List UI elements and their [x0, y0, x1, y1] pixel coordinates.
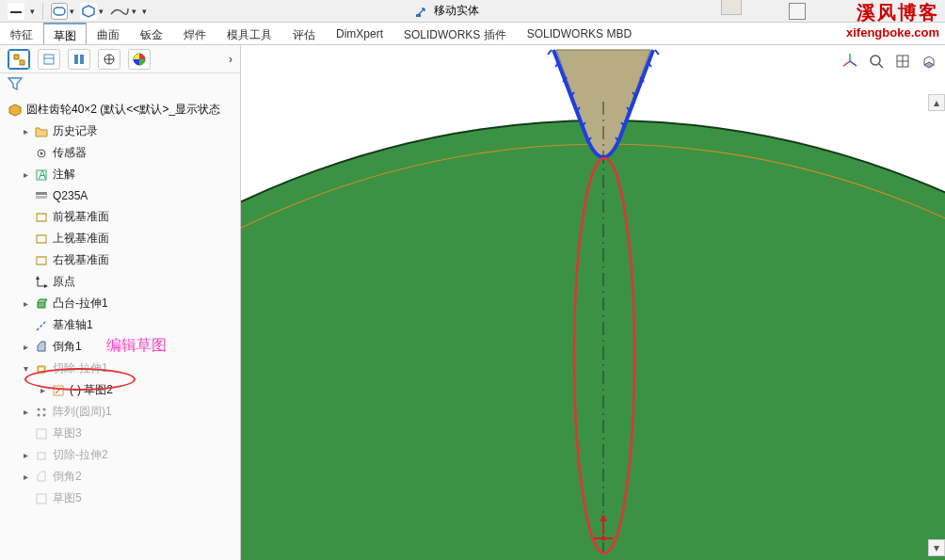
watermark-url: xifengboke.com — [846, 25, 939, 40]
watermark: 溪风博客 xifengboke.com — [846, 0, 939, 40]
move-entity-tool[interactable]: 移动实体 — [415, 3, 479, 19]
tree-item[interactable]: 传感器 — [0, 142, 240, 164]
sketch-d-icon — [34, 491, 49, 506]
view-orientation-icon[interactable] — [892, 51, 913, 72]
tree-item[interactable]: ▸倒角2 — [0, 466, 240, 488]
expand-toggle[interactable]: ▸ — [21, 126, 30, 136]
svg-text:A: A — [39, 168, 46, 182]
toolbar-group-3[interactable]: ▾ — [80, 3, 104, 20]
tree-item[interactable]: 原点 — [0, 271, 240, 293]
sketch-icon — [51, 383, 66, 398]
tree-item[interactable]: 上视基准面 — [0, 228, 240, 249]
toolbar-group-5[interactable]: ▾ — [142, 7, 147, 16]
expand-toggle[interactable]: ▸ — [38, 385, 47, 395]
svg-rect-3 — [416, 14, 421, 17]
tab-sw-mbd[interactable]: SOLIDWORKS MBD — [517, 23, 642, 44]
svg-rect-6 — [74, 55, 78, 64]
tab-feature[interactable]: 特征 — [0, 23, 43, 44]
svg-line-58 — [879, 64, 883, 68]
expand-toggle[interactable]: ▸ — [21, 169, 30, 180]
tree-item-label: 前视基准面 — [53, 209, 109, 225]
ribbon-tabs: 特征 草图 曲面 钣金 焊件 模具工具 评估 DimXpert SOLIDWOR… — [0, 23, 945, 45]
axis-icon — [34, 318, 49, 333]
tree-root[interactable]: 圆柱齿轮40×2 (默认<<默认>_显示状态 — [0, 99, 240, 120]
tree-item[interactable]: ▸凸台-拉伸1 — [0, 293, 240, 314]
chevron-down-icon: ▾ — [132, 7, 136, 16]
tree-item[interactable]: ▸历史记录 — [0, 120, 240, 142]
panel-tab-property-mgr[interactable] — [38, 49, 60, 70]
tab-evaluate[interactable]: 评估 — [282, 23, 326, 44]
tree-item[interactable]: ▾切除-拉伸1 — [0, 358, 240, 379]
tree-item-label: 注解 — [53, 167, 75, 183]
tree-item-label: 草图5 — [53, 490, 82, 506]
svg-rect-7 — [80, 55, 84, 64]
tab-mold[interactable]: 模具工具 — [216, 23, 282, 44]
expand-toggle[interactable]: ▸ — [21, 407, 30, 417]
expand-toggle[interactable]: ▸ — [21, 450, 30, 460]
tab-sketch[interactable]: 草图 — [43, 23, 87, 44]
tree-item[interactable]: 基准轴1 — [0, 314, 240, 336]
tree-item[interactable]: ▸(-) 草图2 — [0, 379, 240, 401]
tree-item[interactable]: ▸切除-拉伸2 — [0, 444, 240, 466]
scroll-down-arrow[interactable]: ▾ — [928, 539, 945, 556]
tree-item[interactable]: 草图3 — [0, 423, 240, 444]
tree-item-label: 上视基准面 — [53, 231, 109, 247]
viewport-svg — [241, 45, 945, 560]
view-orientation-tools — [840, 51, 939, 72]
triad-icon[interactable] — [840, 51, 860, 72]
tree-item[interactable]: 草图5 — [0, 488, 240, 509]
expand-toggle[interactable]: ▸ — [21, 342, 30, 352]
toolbar-group-2[interactable]: ▾ — [51, 3, 74, 20]
scroll-up-arrow[interactable]: ▴ — [928, 94, 945, 111]
move-entity-icon — [415, 5, 430, 18]
plane-icon — [34, 253, 49, 268]
panel-tab-dimxpert[interactable] — [98, 49, 120, 70]
dropdown-chevron-1[interactable]: ▾ — [30, 7, 35, 16]
panel-expand-chevron[interactable]: › — [229, 53, 232, 66]
svg-line-34 — [548, 50, 552, 55]
color-square[interactable] — [721, 0, 742, 15]
tab-weldment[interactable]: 焊件 — [173, 23, 216, 44]
tree-item-label: 基准轴1 — [53, 317, 93, 333]
feature-manager-panel: › 圆柱齿轮40×2 (默认<<默认>_显示状态 ▸历史记录传感器▸A注解Q23… — [0, 45, 241, 560]
tree-item-label: 切除-拉伸2 — [53, 447, 108, 463]
folder-icon — [34, 124, 49, 139]
tree-item[interactable]: 前视基准面 — [0, 206, 240, 228]
tab-label: 评估 — [293, 28, 315, 41]
tab-sheetmetal[interactable]: 钣金 — [130, 23, 173, 44]
tab-dimxpert[interactable]: DimXpert — [326, 23, 393, 44]
main-area: › 圆柱齿轮40×2 (默认<<默认>_显示状态 ▸历史记录传感器▸A注解Q23… — [0, 45, 945, 560]
feature-tree[interactable]: 圆柱齿轮40×2 (默认<<默认>_显示状态 ▸历史记录传感器▸A注解Q235A… — [0, 97, 240, 560]
tab-label: 焊件 — [184, 28, 206, 41]
expand-toggle[interactable]: ▾ — [21, 363, 30, 374]
toolbar-group-4[interactable]: ▾ — [109, 5, 136, 18]
panel-tab-appearance[interactable] — [128, 49, 151, 70]
graphics-viewport[interactable]: ▴ ▾ — [241, 45, 945, 560]
filter-row[interactable] — [0, 73, 240, 97]
zoom-fit-icon[interactable] — [866, 51, 887, 72]
tree-item[interactable]: ▸阵列(圆周)1 — [0, 401, 240, 423]
color-swatch[interactable] — [789, 3, 806, 20]
sensor-icon — [34, 146, 49, 161]
part-icon — [8, 103, 23, 118]
expand-toggle[interactable]: ▸ — [21, 472, 30, 482]
tree-item[interactable]: ▸A注解 — [0, 164, 240, 185]
move-entity-label: 移动实体 — [434, 3, 479, 19]
tree-item-label: 草图3 — [53, 425, 82, 441]
material-icon — [34, 188, 49, 203]
tree-item-label: 传感器 — [53, 145, 87, 161]
chamfer-d-icon — [34, 470, 49, 485]
tree-item[interactable]: Q235A — [0, 185, 240, 206]
tree-item[interactable]: 右视基准面 — [0, 249, 240, 271]
toolbar-icon-1[interactable] — [8, 3, 24, 20]
svg-rect-0 — [10, 11, 22, 13]
display-style-icon[interactable] — [919, 51, 939, 72]
tab-label: 曲面 — [97, 28, 120, 41]
panel-tab-config[interactable] — [68, 49, 90, 70]
rounded-rect-icon — [51, 3, 68, 20]
tab-label: 模具工具 — [227, 28, 272, 41]
tab-sw-addins[interactable]: SOLIDWORKS 插件 — [393, 23, 517, 44]
panel-tab-feature-tree[interactable] — [8, 49, 30, 70]
expand-toggle[interactable]: ▸ — [21, 298, 30, 309]
tab-surface[interactable]: 曲面 — [87, 23, 130, 44]
